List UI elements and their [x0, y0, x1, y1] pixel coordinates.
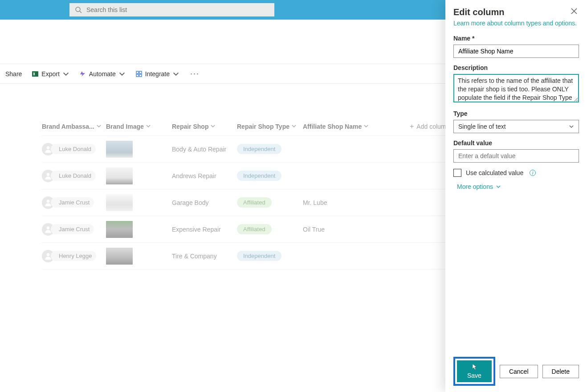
repair-shop-cell: Expensive Repair: [172, 226, 221, 233]
integrate-label: Integrate: [145, 70, 170, 78]
add-column-button[interactable]: + Add column: [410, 122, 449, 131]
chevron-down-icon: [496, 184, 501, 189]
brand-image-thumb: [106, 194, 133, 211]
column-header-affiliate-shop-name[interactable]: Affiliate Shop Name: [303, 123, 410, 130]
type-value: Single line of text: [458, 123, 506, 130]
description-field: Description: [453, 64, 579, 104]
default-value-label: Default value: [453, 139, 579, 147]
chevron-down-icon: [96, 123, 102, 129]
more-actions-button[interactable]: ···: [186, 66, 204, 81]
svg-rect-4: [136, 74, 139, 77]
brand-image-thumb: [106, 167, 133, 184]
repair-shop-cell: Body & Auto Repair: [172, 146, 226, 153]
person-cell: Henry Legge: [42, 250, 106, 262]
repair-shop-type-pill: Affiliated: [237, 197, 272, 208]
excel-icon: [32, 70, 39, 78]
panel-header: Edit column: [445, 0, 587, 20]
person-cell: Luke Donald: [42, 170, 106, 182]
chevron-down-icon: [569, 124, 574, 129]
person-cell: Jamie Crust: [42, 223, 106, 236]
affiliate-shop-name-cell: Oil True: [303, 226, 325, 233]
repair-shop-type-pill: Independent: [237, 251, 281, 261]
repair-shop-type-pill: Affiliated: [237, 224, 272, 234]
integrate-button[interactable]: Integrate: [132, 68, 183, 80]
affiliate-shop-name-cell: Mr. Lube: [303, 199, 327, 206]
person-name: Luke Donald: [51, 171, 96, 181]
automate-icon: [79, 70, 86, 78]
search-icon: [75, 6, 82, 13]
svg-rect-2: [136, 71, 139, 74]
repair-shop-cell: Andrews Repair: [172, 172, 216, 180]
brand-image-thumb: [106, 221, 133, 238]
svg-point-0: [76, 7, 80, 12]
default-value-field: Default value: [453, 139, 579, 163]
panel-title: Edit column: [453, 7, 504, 17]
save-button[interactable]: Save: [457, 360, 492, 382]
person-name: Jamie Crust: [51, 224, 94, 234]
calculated-value-label: Use calculated value: [466, 169, 523, 176]
chevron-down-icon: [146, 123, 151, 129]
automate-label: Automate: [89, 70, 116, 78]
brand-image-thumb: [106, 248, 133, 265]
search-input[interactable]: [86, 6, 269, 13]
calculated-value-checkbox[interactable]: [453, 169, 461, 177]
svg-point-9: [47, 226, 50, 229]
chevron-down-icon: [62, 70, 69, 78]
close-button[interactable]: [569, 6, 579, 18]
repair-shop-type-pill: Independent: [237, 171, 281, 181]
integrate-icon: [135, 70, 143, 78]
type-field: Type Single line of text: [453, 110, 579, 133]
close-icon: [571, 8, 577, 14]
person-cell: Luke Donald: [42, 143, 106, 155]
column-header-repair-shop[interactable]: Repair Shop: [172, 123, 237, 130]
svg-rect-5: [139, 74, 142, 77]
type-label: Type: [453, 110, 579, 117]
name-label: Name *: [453, 35, 579, 42]
person-name: Jamie Crust: [51, 197, 94, 208]
svg-point-7: [47, 173, 50, 176]
brand-image-thumb: [106, 141, 133, 158]
delete-button[interactable]: Delete: [542, 365, 579, 378]
column-header-brand-ambassador[interactable]: Brand Ambassa...: [42, 123, 106, 130]
name-field: Name *: [453, 35, 579, 58]
chevron-down-icon: [118, 70, 126, 78]
chevron-down-icon: [363, 123, 369, 129]
share-label: Share: [5, 70, 22, 78]
info-icon[interactable]: i: [530, 170, 536, 176]
person-cell: Jamie Crust: [42, 196, 106, 209]
cancel-button[interactable]: Cancel: [500, 365, 538, 378]
plus-icon: +: [410, 122, 414, 131]
person-name: Henry Legge: [51, 251, 96, 261]
chevron-down-icon: [172, 70, 179, 78]
person-name: Luke Donald: [51, 144, 96, 154]
name-input[interactable]: [453, 45, 579, 58]
export-button[interactable]: Export: [28, 68, 73, 80]
column-header-repair-shop-type[interactable]: Repair Shop Type: [237, 123, 303, 130]
cursor-icon: [471, 363, 478, 371]
repair-shop-cell: Garage Body: [172, 199, 209, 206]
export-label: Export: [41, 70, 59, 78]
svg-rect-3: [139, 71, 142, 74]
default-value-input[interactable]: [453, 149, 579, 163]
description-label: Description: [453, 64, 579, 71]
panel-footer: Save Cancel Delete: [445, 351, 587, 392]
chevron-down-icon: [291, 123, 297, 129]
svg-point-10: [47, 253, 50, 256]
type-select[interactable]: Single line of text: [453, 120, 579, 133]
column-header-brand-image[interactable]: Brand Image: [106, 123, 172, 130]
chevron-down-icon: [210, 123, 216, 129]
svg-point-8: [47, 200, 50, 203]
search-box[interactable]: [69, 3, 274, 16]
svg-rect-1: [32, 71, 38, 77]
share-button[interactable]: Share: [2, 68, 25, 80]
more-options-toggle[interactable]: More options: [453, 183, 579, 190]
automate-button[interactable]: Automate: [76, 68, 129, 80]
calculated-value-row: Use calculated value i: [453, 169, 579, 177]
edit-column-panel: Edit column Learn more about column type…: [445, 0, 587, 392]
svg-point-6: [47, 146, 50, 149]
learn-more-link[interactable]: Learn more about column types and option…: [445, 20, 587, 32]
save-highlight: Save: [453, 357, 495, 386]
panel-body: Name * Description Type Single line of t…: [445, 32, 587, 351]
repair-shop-type-pill: Independent: [237, 144, 281, 154]
description-textarea[interactable]: [453, 74, 579, 102]
